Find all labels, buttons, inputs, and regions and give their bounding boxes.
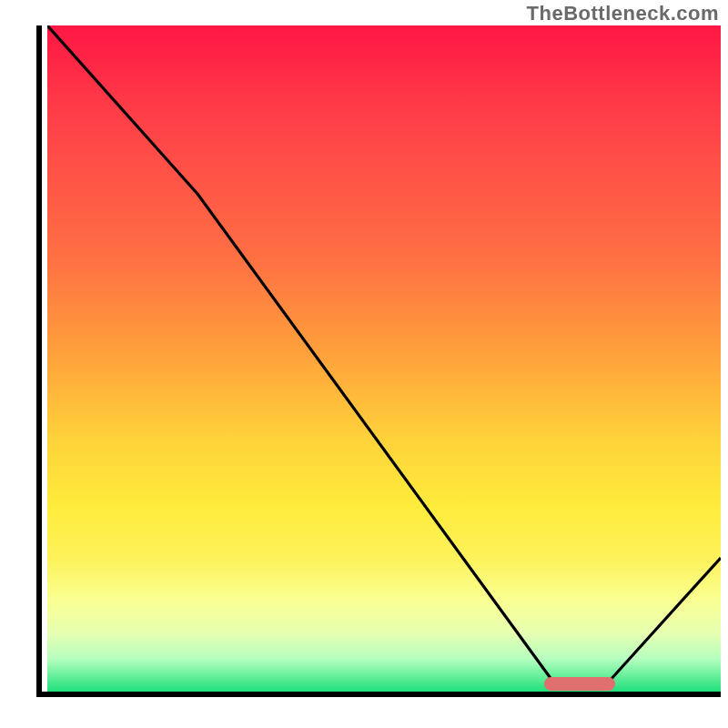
line-chart <box>47 25 721 692</box>
plot-area <box>36 25 721 697</box>
watermark-text: TheBottleneck.com <box>527 2 719 25</box>
bottleneck-curve-path <box>47 25 721 681</box>
outer-frame: TheBottleneck.com <box>0 0 728 728</box>
optimal-range-marker <box>544 677 615 691</box>
